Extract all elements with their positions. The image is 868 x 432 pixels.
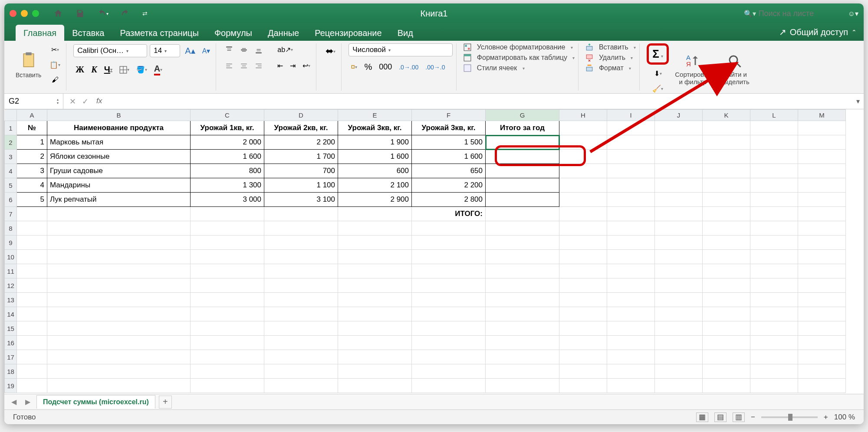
italic-button[interactable]: К — [89, 62, 99, 77]
tab-review[interactable]: Рецензирование — [307, 25, 389, 41]
styles-group: Условное форматирование ▾ Форматировать … — [460, 43, 579, 91]
search-input[interactable] — [759, 9, 837, 18]
increase-decimal-icon[interactable]: .0→.00 — [397, 62, 421, 73]
autosum-button[interactable]: Σ ▾ — [647, 43, 669, 65]
paste-button[interactable]: Вставить — [12, 49, 45, 80]
page-break-view-icon[interactable]: ▥ — [733, 412, 745, 422]
tab-insert[interactable]: Вставка — [64, 25, 112, 41]
sheet-tab[interactable]: Подсчет суммы (microexcel.ru) — [36, 395, 155, 409]
clear-button[interactable]: 🧹▾ — [647, 82, 669, 95]
fill-color-button[interactable]: 🪣▾ — [134, 63, 149, 76]
increase-indent-icon[interactable]: ⇥ — [288, 59, 298, 72]
copy-icon[interactable]: 📋▾ — [47, 59, 62, 71]
percent-icon[interactable]: % — [362, 60, 374, 74]
col-E[interactable]: E — [338, 110, 412, 121]
format-as-table-button[interactable]: Форматировать как таблицу ▾ — [464, 54, 575, 62]
orientation-icon[interactable]: ab↗▾ — [275, 43, 295, 56]
underline-button[interactable]: Ч▾ — [102, 62, 115, 77]
wrap-text-icon[interactable]: ↩▾ — [300, 59, 312, 72]
tab-formulas[interactable]: Формулы — [207, 25, 260, 41]
cancel-formula-icon[interactable]: ✕ — [69, 97, 76, 106]
col-I[interactable]: I — [607, 110, 655, 121]
col-H[interactable]: H — [559, 110, 607, 121]
delete-cells-button[interactable]: Удалить ▾ — [585, 54, 636, 62]
format-cells-button[interactable]: Формат ▾ — [585, 64, 636, 72]
name-box[interactable]: G2 ▴▾ — [4, 94, 63, 109]
fill-button[interactable]: ⬇▾ — [647, 67, 669, 80]
bold-button[interactable]: Ж — [73, 62, 86, 77]
accept-formula-icon[interactable]: ✓ — [82, 97, 89, 106]
col-J[interactable]: J — [655, 110, 703, 121]
borders-button[interactable]: ▾ — [117, 64, 132, 76]
maximize-window[interactable] — [32, 10, 39, 17]
expand-formula-icon[interactable]: ▾ — [852, 97, 864, 105]
find-select-button[interactable]: Найти и выделить — [717, 52, 753, 87]
cell-styles-button[interactable]: Стили ячеек ▾ — [464, 64, 575, 72]
col-L[interactable]: L — [750, 110, 798, 121]
tab-page-layout[interactable]: Разметка страницы — [112, 25, 206, 41]
col-M[interactable]: M — [798, 110, 846, 121]
fx-icon[interactable]: fx — [96, 97, 102, 106]
customize-qat-icon[interactable]: ⇄ — [140, 8, 150, 19]
decrease-decimal-icon[interactable]: .00→.0 — [423, 62, 447, 73]
zoom-slider[interactable] — [761, 416, 818, 418]
insert-cells-button[interactable]: Вставить ▾ — [585, 43, 636, 51]
home-icon[interactable] — [51, 7, 65, 20]
redo-icon[interactable] — [118, 7, 132, 20]
number-format-combo[interactable]: Числовой▾ — [349, 43, 453, 56]
zoom-out-icon[interactable]: − — [751, 413, 755, 422]
increase-font-icon[interactable]: A▴ — [183, 43, 197, 58]
table-row: 2 1 Марковь мытая 2 000 2 200 1 900 1 50… — [5, 135, 846, 150]
conditional-formatting-button[interactable]: Условное форматирование ▾ — [464, 43, 575, 51]
add-sheet-button[interactable]: + — [159, 396, 172, 409]
svg-rect-1 — [26, 52, 31, 56]
col-B[interactable]: B — [47, 110, 191, 121]
align-right-icon[interactable] — [253, 60, 265, 72]
minimize-window[interactable] — [21, 10, 28, 17]
sheet-tabs: ◀ ▶ Подсчет суммы (microexcel.ru) + — [4, 394, 864, 409]
font-color-button[interactable]: A▾ — [152, 62, 164, 78]
undo-icon[interactable]: ▾ — [95, 7, 111, 20]
format-painter-icon[interactable]: 🖌 — [47, 74, 62, 86]
align-center-icon[interactable] — [238, 60, 250, 72]
normal-view-icon[interactable]: ▦ — [696, 412, 708, 422]
merge-cells-icon[interactable]: ⬌▾ — [323, 43, 338, 59]
col-G[interactable]: G — [486, 110, 559, 121]
selected-cell-G2[interactable] — [486, 135, 559, 150]
zoom-in-icon[interactable]: + — [824, 413, 828, 422]
font-name-combo[interactable]: Calibri (Осн…▾ — [73, 44, 147, 57]
table-row: 5 4 Мандарины 1 300 1 100 2 100 2 200 — [5, 178, 846, 193]
status-text: Готово — [13, 413, 36, 422]
feedback-icon[interactable]: ☺▾ — [848, 10, 858, 18]
thousands-icon[interactable]: 000 — [377, 60, 394, 74]
cut-icon[interactable]: ✂▾ — [47, 43, 62, 56]
align-left-icon[interactable] — [223, 60, 235, 72]
align-middle-icon[interactable] — [238, 44, 250, 56]
formula-input[interactable] — [108, 97, 852, 106]
prev-sheet-icon[interactable]: ◀ — [9, 398, 19, 406]
svg-rect-24 — [465, 45, 467, 47]
sort-filter-button[interactable]: AЯ Сортировка и фильтр — [671, 52, 714, 87]
currency-icon[interactable]: ¤▾ — [349, 60, 359, 74]
col-C[interactable]: C — [191, 110, 264, 121]
col-D[interactable]: D — [264, 110, 338, 121]
decrease-font-icon[interactable]: A▾ — [200, 45, 213, 57]
next-sheet-icon[interactable]: ▶ — [23, 398, 33, 406]
itogo-label[interactable]: ИТОГО: — [412, 207, 486, 221]
align-bottom-icon[interactable] — [253, 44, 265, 56]
col-A[interactable]: A — [17, 110, 47, 121]
save-icon[interactable] — [73, 7, 87, 20]
search-box[interactable]: 🔍▾ — [744, 9, 837, 18]
close-window[interactable] — [10, 10, 16, 17]
col-F[interactable]: F — [412, 110, 486, 121]
spreadsheet-grid[interactable]: A B C D E F G H I J K L M 1 № Наименован… — [4, 109, 864, 394]
share-button[interactable]: ↗ Общий доступ ⌃ — [772, 23, 864, 41]
tab-view[interactable]: Вид — [390, 25, 421, 41]
align-top-icon[interactable] — [223, 44, 235, 56]
tab-home[interactable]: Главная — [16, 25, 64, 41]
col-K[interactable]: K — [703, 110, 750, 121]
font-size-combo[interactable]: 14▾ — [150, 44, 180, 57]
tab-data[interactable]: Данные — [260, 25, 307, 41]
decrease-indent-icon[interactable]: ⇤ — [275, 59, 285, 72]
page-layout-view-icon[interactable]: ▤ — [714, 412, 727, 422]
